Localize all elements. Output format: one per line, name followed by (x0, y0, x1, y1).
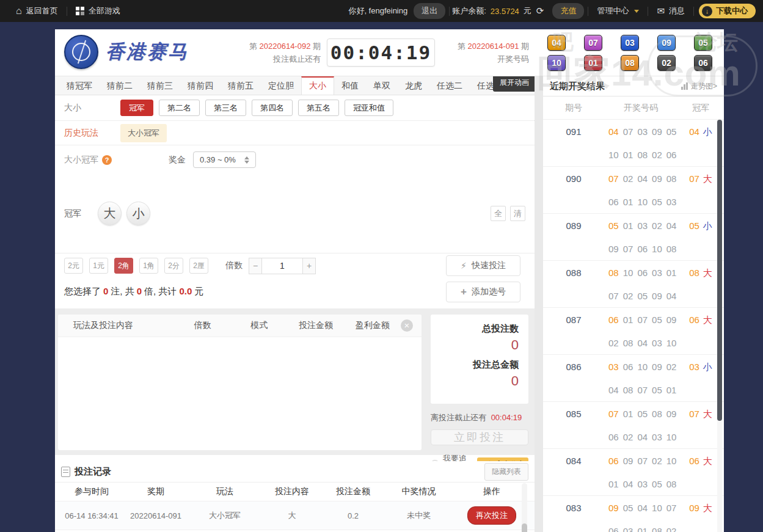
recharge-button[interactable]: 充值 (552, 3, 584, 19)
champion-number: 05 (689, 220, 699, 231)
number: 05 (608, 219, 619, 233)
number: 01 (637, 525, 648, 532)
number: 05 (652, 313, 662, 327)
unit-2厘[interactable]: 2厘 (189, 258, 208, 274)
subtab-list: 冠军第二名第三名第四名第五名冠亚和值 (120, 100, 393, 116)
result-issue: 086 (543, 360, 604, 401)
result-ball-09: 09 (657, 35, 676, 51)
tab-单双[interactable]: 单双 (366, 76, 398, 95)
download-center-button[interactable]: ↓ 下载中心 (699, 4, 756, 18)
main-tab-list: 猜冠军猜前二猜前三猜前四猜前五定位胆大小和值单双龙虎任选二任选三 (55, 76, 535, 95)
subtab-第二名[interactable]: 第二名 (159, 100, 200, 116)
champion-size: 大 (703, 268, 712, 278)
multiplier-decrease-button[interactable]: − (249, 258, 262, 274)
subtab-第四名[interactable]: 第四名 (252, 100, 293, 116)
prize-select[interactable]: 0.39 ~ 0% (193, 151, 256, 168)
result-numbers: 05010302040907061008 (604, 219, 677, 260)
logo-text: 香港赛马 (106, 39, 189, 65)
add-selection-button[interactable]: + 添加选号 (446, 282, 520, 302)
tab-猜前四[interactable]: 猜前四 (180, 76, 221, 95)
results-scrollbar[interactable] (717, 120, 722, 532)
subtab-第五名[interactable]: 第五名 (298, 100, 339, 116)
quick-bet-button[interactable]: ⚡ 快速投注 (446, 255, 520, 276)
unit-2分[interactable]: 2分 (164, 258, 183, 274)
admin-center-label: 管理中心 (597, 5, 629, 16)
total-amount-value: 0 (440, 373, 519, 389)
current-issue: 20220614-092 (260, 42, 311, 51)
number: 04 (637, 172, 648, 186)
subtab-冠亚和值[interactable]: 冠亚和值 (345, 100, 393, 116)
game-type-tabs: 猜冠军猜前二猜前三猜前四猜前五定位胆大小和值单双龙虎任选二任选三 展开动画 (55, 76, 535, 95)
trend-chart-link[interactable]: 走势图> (681, 81, 717, 92)
number: 07 (608, 290, 619, 303)
result-ball-02: 02 (657, 55, 676, 71)
result-ball-03: 03 (621, 35, 639, 51)
result-row-084: 0840609070210010403050806大 (543, 449, 724, 496)
records-scrollbar[interactable] (522, 483, 527, 532)
topbar: ⌂ 返回首页 全部游戏 你好, fengfeining 退出 账户余额: 23.… (0, 0, 763, 22)
history-play-tag[interactable]: 大小冠军 (120, 124, 167, 142)
mail-icon: ✉ (657, 5, 665, 16)
record-result: 未中奖 (389, 510, 449, 521)
number: 01 (623, 313, 633, 327)
refresh-icon[interactable]: ⟳ (536, 5, 544, 16)
option-小[interactable]: 小 (126, 202, 150, 225)
balance-value: 23.5724 (489, 7, 521, 16)
home-link[interactable]: ⌂ 返回首页 (7, 5, 67, 16)
champion-number: 06 (689, 456, 699, 466)
result-row-091: 0910407030905100108020604小 (543, 120, 724, 167)
number: 04 (637, 431, 648, 444)
subtab-第三名[interactable]: 第三名 (205, 100, 246, 116)
hide-list-button[interactable]: 隐藏列表 (484, 463, 528, 481)
unit-2元[interactable]: 2元 (64, 258, 83, 274)
help-icon[interactable]: ? (102, 155, 112, 165)
tab-和值[interactable]: 和值 (334, 76, 366, 95)
rebet-button[interactable]: 再次投注 (467, 506, 516, 525)
tab-定位胆[interactable]: 定位胆 (261, 76, 301, 95)
scrollbar-thumb[interactable] (717, 120, 722, 421)
submit-bet-button[interactable]: 立即投注 (431, 429, 528, 445)
tab-猜前二[interactable]: 猜前二 (100, 76, 140, 95)
unit-2角[interactable]: 2角 (114, 258, 133, 274)
result-ball-08: 08 (621, 55, 639, 71)
admin-center-menu[interactable]: 管理中心 (588, 5, 648, 16)
tab-猜前五[interactable]: 猜前五 (221, 76, 261, 95)
tab-大小[interactable]: 大小 (301, 76, 334, 95)
subtab-冠军[interactable]: 冠军 (120, 100, 153, 116)
unit-1元[interactable]: 1元 (89, 258, 108, 274)
number: 02 (666, 360, 677, 374)
tab-龙虎[interactable]: 龙虎 (398, 76, 429, 95)
number: 10 (666, 431, 677, 444)
all-games-link[interactable]: 全部游戏 (67, 5, 129, 16)
clear-button[interactable]: 清 (510, 206, 525, 221)
result-numbers: 08100603010702050904 (604, 266, 677, 307)
clear-slip-icon[interactable]: × (401, 319, 413, 332)
download-center-label: 下载中心 (716, 5, 748, 16)
result-row-088: 0880810060301070205090408大 (543, 261, 724, 308)
tab-任选二[interactable]: 任选二 (429, 76, 470, 95)
select-all-button[interactable]: 全 (491, 206, 506, 221)
record-time: 06-14 16:34:41 (55, 511, 128, 520)
multiplier-value[interactable]: 1 (262, 258, 302, 274)
records-column: 奖期 (128, 486, 183, 497)
number: 03 (652, 266, 662, 280)
scrollbar-thumb[interactable] (522, 523, 527, 532)
result-row-087: 0870601070509020804031006大 (543, 308, 724, 355)
number: 06 (666, 148, 677, 162)
unit-1角[interactable]: 1角 (139, 258, 158, 274)
number: 10 (652, 501, 662, 515)
pick-row-label: 冠军 (64, 208, 98, 219)
logout-button[interactable]: 退出 (414, 3, 445, 19)
number: 05 (623, 501, 633, 515)
pick-row: 冠军 大小 全 清 (55, 174, 535, 253)
multiplier-increase-button[interactable]: + (302, 258, 316, 274)
tab-猜前三[interactable]: 猜前三 (140, 76, 180, 95)
toggle-animation-button[interactable]: 展开动画 (493, 76, 535, 92)
option-大[interactable]: 大 (98, 202, 122, 225)
champion-size: 小 (703, 362, 712, 372)
number: 06 (608, 313, 619, 327)
messages-link[interactable]: ✉ 消息 (648, 5, 693, 16)
tab-猜冠军[interactable]: 猜冠军 (59, 76, 100, 95)
number: 02 (623, 431, 633, 444)
number: 05 (666, 125, 677, 139)
